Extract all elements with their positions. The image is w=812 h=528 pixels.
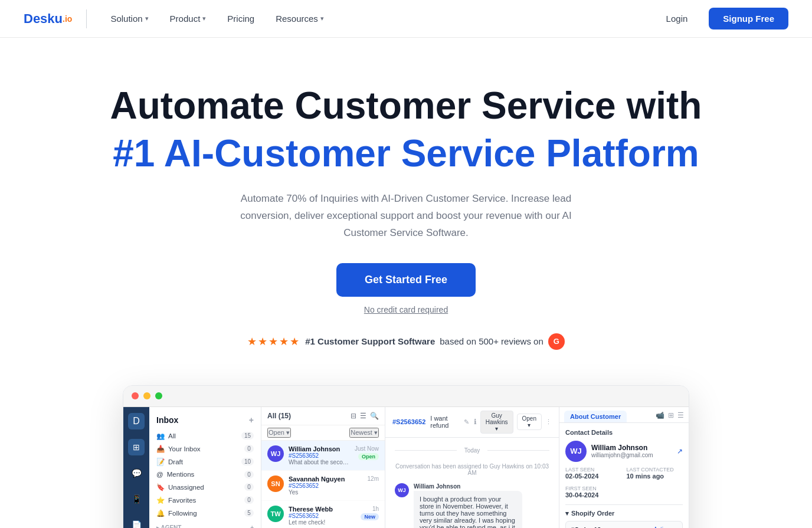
contact-avatar: WJ <box>565 441 587 462</box>
tab-about-customer[interactable]: About Customer <box>564 411 627 422</box>
unassigned-label: Unassigned <box>168 484 204 491</box>
all-label: All <box>168 432 176 440</box>
menu-icon[interactable]: ☰ <box>677 411 684 419</box>
assignee-button[interactable]: Guy Hawkins ▾ <box>480 411 513 434</box>
sidebar-item-unassigned[interactable]: 🔖 Unassigned 0 <box>149 481 261 494</box>
sidebar-icon-logo[interactable]: D <box>128 413 145 429</box>
reviews-suffix: based on 500+ reviews on <box>440 336 543 346</box>
conv-preview: Let me check! <box>289 519 356 526</box>
unassigned-badge: 0 <box>244 483 254 491</box>
nav-solution[interactable]: Solution ▾ <box>101 9 158 28</box>
external-link-icon[interactable]: ↗ <box>677 447 683 455</box>
mac-maximize-btn <box>155 392 162 399</box>
stat-first-seen: First Seen 30-04-2024 <box>565 486 683 499</box>
conv-time: Just Now <box>355 445 379 452</box>
following-icon: 🔔 <box>156 509 165 517</box>
nav-resources-label: Resources <box>276 14 318 24</box>
signup-button[interactable]: Signup Free <box>709 8 788 29</box>
reviews-row: ★★★★★ #1 Customer Support Software based… <box>247 333 565 350</box>
hero-section: Automate Customer Service with #1 AI-Cus… <box>0 38 812 385</box>
order-card: #Order 12 Actions ▾ Cancelled Refunded U… <box>565 521 683 528</box>
message-text: I bought a product from your store in No… <box>414 491 522 528</box>
nav-resources[interactable]: Resources ▾ <box>266 9 333 28</box>
hero-title-blue: #1 AI-Customer Service Platform <box>113 131 699 176</box>
edit-subject-icon[interactable]: ✎ <box>464 418 469 426</box>
chevron-down-icon: ▾ <box>202 15 206 22</box>
grid-icon[interactable]: ⊞ <box>668 411 674 419</box>
mac-minimize-btn <box>143 392 150 399</box>
sidebar-item-draft[interactable]: 📝 Draft 10 <box>149 455 261 468</box>
conv-filter-row: Open ▾ Newest ▾ <box>261 425 385 441</box>
add-inbox-icon[interactable]: + <box>249 415 254 425</box>
conv-time: 1h <box>372 506 379 512</box>
nav-divider <box>86 9 87 28</box>
chat-subject: I want refund <box>430 415 459 429</box>
your-inbox-label: Your Inbox <box>168 445 201 452</box>
contact-email: williamjohn@gmail.com <box>591 452 653 458</box>
mac-close-btn <box>132 392 139 399</box>
sidebar-item-mentions[interactable]: @ Mentions 0 <box>149 468 261 481</box>
login-button[interactable]: Login <box>654 9 700 28</box>
filter-icon[interactable]: ⊟ <box>351 412 356 420</box>
nav-pricing-label: Pricing <box>227 14 254 24</box>
favorites-icon: ⭐ <box>156 496 165 504</box>
open-filter-button[interactable]: Open ▾ <box>267 428 291 438</box>
info-icon[interactable]: ℹ <box>474 418 477 426</box>
draft-badge: 10 <box>241 458 254 465</box>
more-options-icon[interactable]: ⋮ <box>545 418 552 426</box>
chat-ticket-id: #S2563652 <box>392 418 425 425</box>
search-icon[interactable]: 🔍 <box>370 412 379 420</box>
contact-stats-2: First Seen 30-04-2024 <box>565 486 683 499</box>
unassigned-icon: 🔖 <box>156 483 165 491</box>
stat-last-seen: Last Seen 02-05-2024 <box>565 467 622 480</box>
nav-product[interactable]: Product ▾ <box>161 9 216 28</box>
nav-solution-label: Solution <box>110 14 142 24</box>
sidebar-icon-chat[interactable]: 💬 <box>128 465 145 481</box>
sidebar-icon-inbox[interactable]: ⊞ <box>128 439 145 455</box>
list-view-icon[interactable]: ☰ <box>360 412 366 420</box>
conv-avatar: SN <box>267 475 284 492</box>
stat-last-contacted: Last Contacted 10 mins ago <box>627 467 683 480</box>
contact-details-title: Contact Details <box>565 429 683 436</box>
right-panel-tabs: About Customer 📹 ⊞ ☰ <box>559 407 689 423</box>
sidebar-item-favorites[interactable]: ⭐ Favorites 0 <box>149 494 261 507</box>
sidebar-icon-phone[interactable]: 📱 <box>128 491 145 507</box>
hero-title-black: Automate Customer Service with <box>110 85 702 126</box>
sidebar-item-your-inbox[interactable]: 📥 Your Inbox 0 <box>149 442 261 455</box>
nav-pricing[interactable]: Pricing <box>218 9 264 28</box>
nav-actions: Login Signup Free <box>654 8 788 29</box>
sidebar-icon-doc[interactable]: 📄 <box>128 517 145 528</box>
contact-stats: Last Seen 02-05-2024 Last Contacted 10 m… <box>565 467 683 480</box>
app-container: D ⊞ 💬 📱 📄 👤 Inbox + 👥 All 15 <box>123 407 689 528</box>
system-message: Conversation has been assigned to Guy Ha… <box>395 463 549 476</box>
all-badge: 15 <box>241 432 254 440</box>
mentions-icon: @ <box>156 471 163 478</box>
conv-badge: New <box>361 513 379 520</box>
conv-item[interactable]: WJ William Johnson #S2563652 What about … <box>261 441 385 471</box>
conversation-list: All (15) ⊟ ☰ 🔍 Open ▾ Newest ▾ WJ Willia… <box>261 407 385 528</box>
conv-name: Savannah Nguyen <box>289 475 363 483</box>
conv-name: Therese Webb <box>289 506 356 513</box>
sidebar-item-all[interactable]: 👥 All 15 <box>149 429 261 442</box>
shopify-title: ▾ Shopify Order <box>565 510 683 517</box>
conv-item[interactable]: SN Savannah Nguyen #S2563652 Yes 12m <box>261 471 385 501</box>
chat-messages: Today Conversation has been assigned to … <box>385 438 559 528</box>
today-divider: Today <box>395 447 549 454</box>
conv-badge: Open <box>358 453 379 460</box>
mac-titlebar <box>123 386 689 407</box>
nav-product-label: Product <box>170 14 201 24</box>
get-started-button[interactable]: Get Started Free <box>336 263 476 297</box>
newest-filter-button[interactable]: Newest ▾ <box>349 428 379 438</box>
video-icon[interactable]: 📹 <box>656 411 664 419</box>
brand-logo[interactable]: Desku . io <box>24 11 72 27</box>
add-agent-icon[interactable]: + <box>250 524 254 528</box>
conv-time: 12m <box>368 475 379 482</box>
chevron-down-icon: ▾ <box>320 15 324 22</box>
inbox-icon: 📥 <box>156 445 165 453</box>
product-screenshot: D ⊞ 💬 📱 📄 👤 Inbox + 👥 All 15 <box>123 385 689 528</box>
status-button[interactable]: Open ▾ <box>517 414 542 430</box>
contact-row: WJ William Johnson williamjohn@gmail.com… <box>565 441 683 462</box>
conv-item[interactable]: TW Therese Webb #S2563652 Let me check! … <box>261 501 385 528</box>
sidebar-item-following[interactable]: 🔔 Following 5 <box>149 507 261 520</box>
favorites-label: Favorites <box>168 497 196 504</box>
